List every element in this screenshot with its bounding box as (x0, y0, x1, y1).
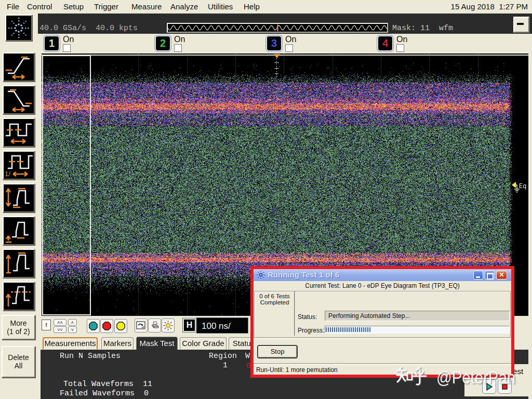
svg-text:Eq: Eq (519, 183, 526, 190)
svg-text:@PeterPan: @PeterPan (436, 368, 515, 387)
svg-text:1/: 1/ (5, 170, 10, 178)
